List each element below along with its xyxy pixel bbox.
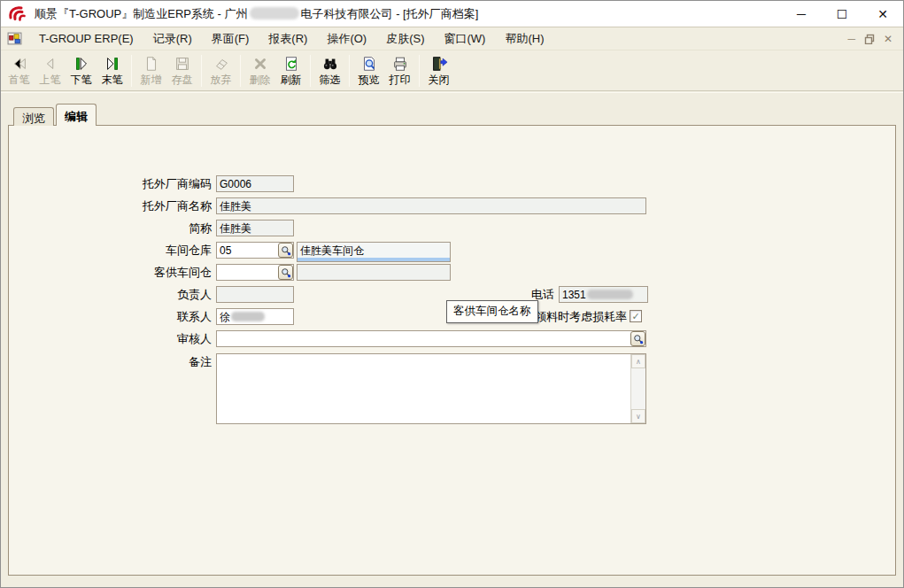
focus-highlight [297,258,450,261]
save-disk-icon [173,55,192,73]
filter-binoculars-icon [321,55,340,73]
workshop-warehouse-code-field[interactable]: 05 [216,242,294,259]
toolbar-separator [201,55,202,87]
tab-browse[interactable]: 浏览 [13,107,54,126]
remarks-label: 备注 [9,353,212,370]
vendor-name-label: 托外厂商名称 [9,197,212,214]
phone-field[interactable]: 1351 [559,286,648,303]
toolbar-close-form-button[interactable]: 关闭 [424,53,453,89]
toolbar-new-button[interactable]: 新增 [136,53,166,89]
contact-field[interactable]: 徐 [216,308,294,325]
remarks-textarea[interactable]: ∧ ∨ [216,353,646,424]
manager-label: 负责人 [9,286,212,303]
toolbar: 首笔 上笔 下笔 末笔 新增 [1,51,903,91]
toolbar-save-button[interactable]: 存盘 [167,53,197,89]
tab-strip: 浏览 编辑 [13,103,98,126]
toolbar-filter-button[interactable]: 筛选 [315,53,344,89]
manager-field[interactable] [216,286,294,303]
window-controls: ─ ☐ ✕ [781,1,903,27]
short-name-field[interactable]: 佳胜美 [216,220,294,236]
vendor-name-field[interactable]: 佳胜美 [216,197,646,214]
refresh-icon [282,55,301,73]
magnifier-icon [281,245,291,256]
print-icon [390,55,410,73]
menu-skin[interactable]: 皮肤(S) [376,27,434,50]
toolbar-discard-button[interactable]: 放弃 [206,53,236,89]
close-door-icon [429,55,449,73]
workshop-warehouse-label: 车间仓库 [9,242,212,259]
auditor-label: 审核人 [9,330,212,347]
redacted-phone-digits [587,290,633,299]
print-preview-icon [359,55,379,73]
scroll-up-button[interactable]: ∧ [631,354,645,368]
last-record-icon [103,55,122,73]
field-tooltip: 客供车间仓名称 [446,300,538,323]
magnifier-icon [281,267,291,278]
mdi-restore-button[interactable] [864,34,875,44]
loss-rate-label: 领料时考虑损耗率 [535,308,627,325]
magnifier-icon [633,334,644,344]
menu-help[interactable]: 帮助(H) [495,27,553,50]
mdi-minimize-button[interactable]: ─ [847,34,855,44]
form-row-workshop-warehouse: 车间仓库 05 佳胜美车间仓 [9,242,895,259]
menu-window[interactable]: 窗口(W) [435,27,496,50]
maximize-button[interactable]: ☐ [822,1,862,27]
contact-label: 联系人 [9,308,212,325]
toolbar-previous-record-button[interactable]: 上笔 [35,53,65,89]
previous-record-icon [41,55,60,73]
toolbar-separator [419,55,420,87]
new-document-icon [142,55,161,73]
window-title: 顺景『T-GROUP』制造业ERP系统 - 广州电子科技有限公司 - [托外厂商… [35,6,478,22]
remarks-scrollbar[interactable]: ∧ ∨ [630,354,645,423]
vendor-form: 托外厂商编码 G0006 托外厂商名称 佳胜美 简称 佳胜美 车间仓库 05 [9,126,895,575]
customer-workshop-code-field[interactable] [216,264,294,281]
auditor-lookup-button[interactable] [630,331,645,346]
workshop-warehouse-lookup-button[interactable] [278,243,293,258]
minimize-button[interactable]: ─ [781,1,822,27]
customer-workshop-name-field[interactable] [297,264,451,281]
checkmark-glyph: ✓ [631,311,639,321]
menu-bar: T-GROUP ERP(E) 记录(R) 界面(F) 报表(R) 操作(O) 皮… [1,27,903,50]
workshop-warehouse-name-field[interactable]: 佳胜美车间仓 [297,242,451,262]
vendor-code-field[interactable]: G0006 [216,175,294,192]
toolbar-delete-button[interactable]: 删除 [245,53,274,89]
app-logo-icon [8,4,27,24]
auditor-field[interactable] [216,330,646,347]
form-row-auditor: 审核人 [9,330,895,347]
discard-eraser-icon [212,55,231,73]
first-record-icon [10,55,29,73]
form-row-customer-workshop: 客供车间仓 [9,264,895,281]
toolbar-preview-button[interactable]: 预览 [354,53,383,89]
customer-workshop-label: 客供车间仓 [9,264,212,281]
toolbar-refresh-button[interactable]: 刷新 [276,53,305,89]
toolbar-separator [349,55,350,87]
toolbar-separator [131,55,132,87]
form-row-vendor-code: 托外厂商编码 G0006 [9,175,895,192]
tab-edit[interactable]: 编辑 [56,104,97,126]
delete-x-icon [251,55,270,73]
toolbar-print-button[interactable]: 打印 [385,53,414,89]
menu-reports[interactable]: 报表(R) [259,27,317,50]
mdi-close-button[interactable]: ✕ [884,34,892,44]
next-record-icon [72,55,91,73]
toolbar-next-record-button[interactable]: 下笔 [66,53,96,89]
mdi-client-area: 浏览 编辑 托外厂商编码 G0006 托外厂商名称 佳胜美 简称 佳胜美 车间仓… [1,92,903,587]
redacted-contact-name [231,312,265,321]
close-button[interactable]: ✕ [862,1,903,27]
edit-tab-panel: 托外厂商编码 G0006 托外厂商名称 佳胜美 简称 佳胜美 车间仓库 05 [8,125,896,576]
menu-operations[interactable]: 操作(O) [317,27,376,50]
customer-workshop-lookup-button[interactable] [278,265,293,280]
form-window-icon [7,31,22,46]
scroll-down-button[interactable]: ∨ [631,409,645,423]
loss-rate-checkbox[interactable]: ✓ [630,310,642,322]
menu-interface[interactable]: 界面(F) [202,27,259,50]
menu-records[interactable]: 记录(R) [143,27,202,50]
vendor-code-label: 托外厂商编码 [9,175,212,192]
form-row-vendor-name: 托外厂商名称 佳胜美 [9,197,895,214]
menu-tgroup-erp[interactable]: T-GROUP ERP(E) [29,28,143,49]
toolbar-first-record-button[interactable]: 首笔 [4,53,34,89]
toolbar-last-record-button[interactable]: 末笔 [97,53,127,89]
redacted-company-name [250,7,299,19]
form-row-short-name: 简称 佳胜美 [9,220,895,236]
toolbar-separator [240,55,241,87]
